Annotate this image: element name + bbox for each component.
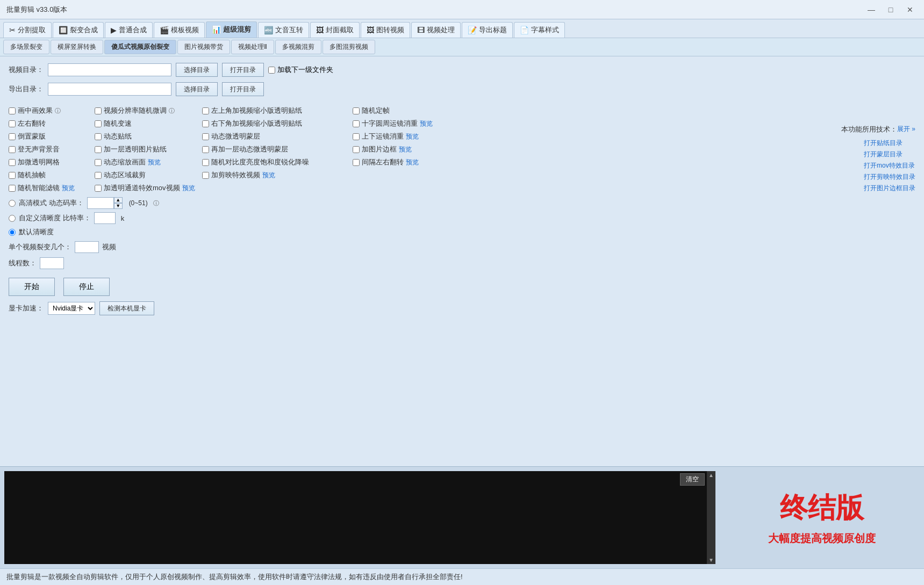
checkbox-transparent-mov[interactable]: 加透明通道特效mov视频 预览 [95,183,202,193]
video-dir-select-btn[interactable]: 选择目录 [176,63,218,77]
thread-input[interactable] [40,257,64,269]
detect-gpu-btn[interactable]: 检测本机显卡 [99,301,154,315]
checkbox-silent-bg[interactable]: 登无声背景音 [9,145,95,154]
checkbox-dynamic-crop[interactable]: 动态区域裁剪 [95,170,202,180]
open-imgframe-dir[interactable]: 打开图片边框目录 [864,184,915,193]
checkbox-bottomright-sticker[interactable]: 右下角加视频缩小版透明贴纸 [202,119,353,128]
sub-tab-vidprocessII[interactable]: 视频处理Ⅱ [231,40,274,54]
export-dir-open-btn[interactable]: 打开目录 [222,82,264,96]
options-col5: 本功能所用技术： 展开 » 打开贴纸目录 打开蒙层目录 打开mov特效目录 打开… [460,106,915,193]
video-dir-input[interactable] [48,63,171,76]
preview-interval-flip[interactable]: 预览 [406,158,419,167]
preview-add-img-frame[interactable]: 预览 [399,145,412,154]
checkbox-random-speed[interactable]: 随机变速 [95,119,202,128]
options-col1: 画中画效果 ⓘ 左右翻转 倒置蒙版 登无声背景音 加微透明网格 随机抽帧 随机智… [9,106,95,193]
radio-hd-input[interactable] [9,200,16,207]
checkbox-dynamic-sticker[interactable]: 动态贴纸 [95,132,202,141]
preview-cross-circle[interactable]: 预览 [420,119,433,128]
checkbox-micro-grid[interactable]: 加微透明网格 [9,157,95,167]
open-mov-dir[interactable]: 打开mov特效目录 [864,161,915,170]
main-tab-substyle[interactable]: 📄字幕样式 [514,22,565,38]
load-subdir-label: 加载下一级文件夹 [277,65,333,75]
sub-toolbar: 多场景裂变横屏竖屏转换傻瓜式视频原创裂变图片视频带货视频处理Ⅱ多视频混剪多图混剪… [0,38,924,56]
open-layer-dir[interactable]: 打开蒙层目录 [864,150,915,159]
open-clipeffect-dir[interactable]: 打开剪映特效目录 [864,172,915,182]
start-button[interactable]: 开始 [9,278,55,296]
hd-down-btn[interactable]: ▼ [114,203,123,209]
open-sticker-dir[interactable]: 打开贴纸目录 [864,139,915,148]
checkbox-topleft-sticker[interactable]: 左上角加视频缩小版透明贴纸 [202,106,353,115]
app-title: 批量剪辑 v33.0版本 [6,5,864,15]
scroll-up-btn[interactable]: ▲ [707,471,715,479]
checkbox-random-contrast[interactable]: 随机对比度亮度饱和度锐化降噪 [202,157,353,167]
main-tab-imgvideo[interactable]: 🖼图转视频 [361,22,410,38]
tab-label-split: 分割提取 [18,25,46,35]
sub-tab-multiscene[interactable]: 多场景裂变 [3,40,49,54]
main-tab-split[interactable]: ✂分割提取 [3,22,52,38]
hd-up-btn[interactable]: ▲ [114,197,123,203]
load-subdir-checkbox[interactable] [268,67,275,74]
main-tab-exportsub[interactable]: 📝导出标题 [462,22,513,38]
radio-default-input[interactable] [9,229,16,236]
checkbox-random-keyframe[interactable]: 随机定帧 [353,106,460,115]
tab-label-textaudio: 文音互转 [275,25,303,35]
sub-tab-multivid[interactable]: 多视频混剪 [275,40,321,54]
sub-tab-picvideo[interactable]: 图片视频带货 [177,40,230,54]
checkbox-dynamic-zoom[interactable]: 动态缩放画面 预览 [95,157,202,167]
minimize-button[interactable]: — [864,4,879,16]
options-area: 画中画效果 ⓘ 左右翻转 倒置蒙版 登无声背景音 加微透明网格 随机抽帧 随机智… [9,106,915,193]
count-input[interactable] [75,241,99,253]
main-tab-cover[interactable]: 🖼封面截取 [310,22,360,38]
scroll-down-btn[interactable]: ▼ [707,556,715,564]
sub-tab-multipic[interactable]: 多图混剪视频 [323,40,375,54]
checkbox-transparent-img[interactable]: 加一层透明图片贴纸 [95,145,202,154]
gpu-select[interactable]: Nvidia显卡 AMD显卡 无 [48,302,95,315]
gpu-label: 显卡加速： [9,304,44,313]
checkbox-pic-in-pic[interactable]: 画中画效果 ⓘ [9,106,95,115]
preview-clip-effect[interactable]: 预览 [262,171,275,180]
preview-dynamic-zoom[interactable]: 预览 [148,158,161,167]
checkbox-random-frame[interactable]: 随机抽帧 [9,170,95,180]
preview-random-mirror[interactable]: 预览 [62,184,75,193]
log-scrollbar[interactable]: ▲ ▼ [707,471,715,564]
log-clear-btn[interactable]: 清空 [680,473,705,486]
stop-button[interactable]: 停止 [63,278,110,296]
maximize-button[interactable]: □ [883,4,898,16]
checkbox-flip-lr[interactable]: 左右翻转 [9,119,95,128]
expand-link[interactable]: 展开 » [897,125,915,134]
main-tab-normal[interactable]: ▶普通合成 [105,22,153,38]
main-tab-textaudio[interactable]: 🔤文音互转 [258,22,309,38]
options-col4: 随机定帧 十字圆周运镜消重 预览 上下运镜消重 预览 加图片边框 预览 间隔左右… [353,106,460,193]
tab-icon-vidprocess: 🎞 [417,26,425,34]
bitrate-input[interactable] [94,212,116,224]
radio-custom-input[interactable] [9,215,16,222]
main-tab-supermix[interactable]: 📊超级混剪 [206,21,257,38]
checkbox-flip-cover[interactable]: 倒置蒙版 [9,132,95,141]
checkbox-clip-effect[interactable]: 加剪映特效视频 预览 [202,170,353,180]
main-tab-vidprocess[interactable]: 🎞视频处理 [411,22,461,38]
video-dir-open-btn[interactable]: 打开目录 [222,63,264,77]
sub-tab-dumbstyle[interactable]: 傻瓜式视频原创裂变 [104,40,176,54]
checkbox-cross-circle[interactable]: 十字圆周运镜消重 预览 [353,119,460,128]
checkbox-dynamic-layer[interactable]: 动态微透明蒙层 [202,132,353,141]
checkbox-random-mirror[interactable]: 随机智能滤镜 预览 [9,183,95,193]
tab-icon-exportsub: 📝 [468,26,477,34]
main-tab-template[interactable]: 🎬模板视频 [154,22,205,38]
checkbox-double-layer[interactable]: 再加一层动态微透明蒙层 [202,145,353,154]
checkbox-random-res[interactable]: 视频分辨率随机微调 ⓘ [95,106,202,115]
checkbox-interval-flip[interactable]: 间隔左右翻转 预览 [353,157,460,167]
preview-transparent-mov[interactable]: 预览 [182,184,195,193]
hd-value-input[interactable] [87,197,114,209]
radio-default: 默认清晰度 [9,227,159,237]
preview-updown-mirror[interactable]: 预览 [406,132,419,141]
checkbox-updown-mirror[interactable]: 上下运镜消重 预览 [353,132,460,141]
close-button[interactable]: ✕ [902,4,918,16]
main-tab-merge[interactable]: 🔲裂变合成 [53,22,104,38]
load-subdir-checkbox-wrap[interactable]: 加载下一级文件夹 [268,65,333,75]
footer: 批量剪辑是一款视频全自动剪辑软件，仅用于个人原创视频制作、提高剪辑效率，使用软件… [0,568,924,585]
export-dir-input[interactable] [48,83,171,96]
sub-tab-hvsplit[interactable]: 横屏竖屏转换 [51,40,103,54]
export-dir-select-btn[interactable]: 选择目录 [176,82,218,96]
title-bar: 批量剪辑 v33.0版本 — □ ✕ [0,0,924,19]
checkbox-add-img-frame[interactable]: 加图片边框 预览 [353,145,460,154]
